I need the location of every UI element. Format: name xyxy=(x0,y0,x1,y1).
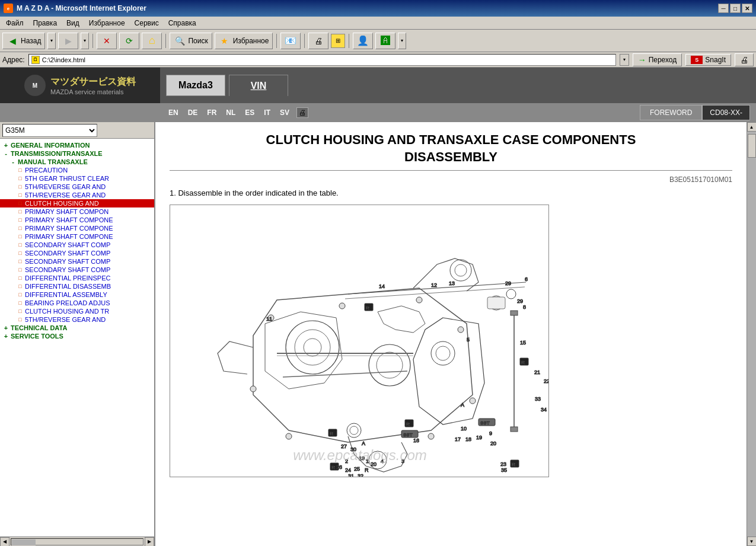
favorites-button[interactable]: ★ Избранное xyxy=(215,33,273,49)
home-button[interactable]: ⌂ xyxy=(142,33,162,49)
lang-en[interactable]: EN xyxy=(166,107,181,118)
tree-item-5th-rev1[interactable]: □ 5TH/REVERSE GEAR AND xyxy=(0,183,154,191)
main-scrollbar[interactable]: ▲ ▼ xyxy=(747,122,756,546)
svg-text:15: 15 xyxy=(520,340,526,346)
extra-addr-btn[interactable]: 🖨 xyxy=(735,53,754,66)
address-dropdown[interactable]: ▾ xyxy=(620,54,629,66)
extra-btn[interactable]: 🅰 xyxy=(375,33,395,49)
media-btn2[interactable]: 🖨 xyxy=(308,33,328,49)
tab-vin[interactable]: VIN xyxy=(229,75,288,96)
people-btn[interactable]: 👤 xyxy=(353,33,373,49)
expand-icon4: + xyxy=(2,333,9,340)
cd-button[interactable]: CD08-XX- xyxy=(702,105,750,120)
sep3 xyxy=(276,34,277,48)
tree-item-general-info[interactable]: + GENERAL INFORMATION xyxy=(0,141,154,149)
sidebar-tree: + GENERAL INFORMATION - TRANSMISSION/TRA… xyxy=(0,139,154,537)
stop-button[interactable]: ✕ xyxy=(97,33,117,49)
model-select[interactable]: G35M xyxy=(2,124,97,137)
sidebar-hscroll[interactable]: ◀ ▶ xyxy=(0,537,154,546)
menu-favorites[interactable]: Избранное xyxy=(85,18,129,28)
doc-icon7: □ xyxy=(17,216,24,223)
lang-de[interactable]: DE xyxy=(186,107,200,118)
go-arrow-icon: → xyxy=(638,55,646,65)
svg-point-3 xyxy=(369,344,410,386)
lang-es[interactable]: ES xyxy=(243,107,257,118)
svg-text:17: 17 xyxy=(455,436,461,442)
go-button[interactable]: → Переход xyxy=(633,53,682,66)
tree-item-clutch-tr[interactable]: □ CLUTCH HOUSING AND TR xyxy=(0,307,154,315)
tree-item-clutch-housing[interactable]: □ CLUTCH HOUSING AND xyxy=(0,199,154,207)
tree-item-primary1[interactable]: □ PRIMARY SHAFT COMPON xyxy=(0,207,154,216)
extra-dropdown[interactable]: ▾ xyxy=(398,33,406,49)
main-area: M マツダサービス資料 MAZDA service materials Mazd… xyxy=(0,68,756,546)
lang-nl[interactable]: NL xyxy=(224,107,238,118)
maximize-button[interactable]: □ xyxy=(730,4,741,13)
tree-item-5th-gear[interactable]: □ 5TH GEAR THRUST CLEAR xyxy=(0,174,154,183)
svg-text:R: R xyxy=(521,360,525,365)
tree-item-precaution[interactable]: □ PRECAUTION xyxy=(0,166,154,174)
menu-view[interactable]: Вид xyxy=(63,18,83,28)
tree-item-diff-assembly[interactable]: □ DIFFERENTIAL ASSEMBLY xyxy=(0,290,154,299)
tree-item-diff-preinspect[interactable]: □ DIFFERENTIAL PREINSPEC xyxy=(0,274,154,282)
address-input-wrap[interactable]: 🗒 C:\2\index.html xyxy=(28,54,616,66)
tree-item-primary4[interactable]: □ PRIMARY SHAFT COMPONE xyxy=(0,232,154,241)
doc-icon6: □ xyxy=(17,208,24,215)
tree-item-service-tools[interactable]: + SERVICE TOOLS xyxy=(0,332,154,340)
snagit-icon: S xyxy=(691,56,703,64)
tree-item-transmission[interactable]: - TRANSMISSION/TRANSAXLE xyxy=(0,149,154,158)
tree-item-5th-rev3[interactable]: □ 5TH/REVERSE GEAR AND xyxy=(0,315,154,324)
tree-item-primary2[interactable]: □ PRIMARY SHAFT COMPONE xyxy=(0,216,154,224)
back-dropdown[interactable]: ▾ xyxy=(47,33,56,49)
tree-item-diff-disassemble[interactable]: □ DIFFERENTIAL DISASSEMB xyxy=(0,282,154,290)
refresh-button[interactable]: ⟳ xyxy=(119,33,139,49)
scroll-down-btn[interactable]: ▼ xyxy=(747,537,757,546)
back-button[interactable]: ◀ Назад xyxy=(2,33,45,49)
header-logo: M マツダサービス資料 MAZDA service materials xyxy=(0,68,160,103)
doc-icon18: □ xyxy=(17,308,24,315)
hscroll-right[interactable]: ▶ xyxy=(145,537,154,547)
tree-item-secondary3[interactable]: □ SECONDARY SHAFT COMP xyxy=(0,257,154,266)
print-icon[interactable]: 🖨 xyxy=(296,107,308,118)
media-btn1[interactable]: 📧 xyxy=(280,33,301,49)
tree-item-primary3[interactable]: □ PRIMARY SHAFT COMPONE xyxy=(0,224,154,232)
tree-item-bearing[interactable]: □ BEARING PRELOAD ADJUS xyxy=(0,299,154,307)
hscroll-thumb[interactable] xyxy=(12,539,36,545)
title-bar: e M A Z D A - Microsoft Internet Explore… xyxy=(0,0,756,17)
refresh-icon: ⟳ xyxy=(123,35,135,47)
media-btn3[interactable]: ⊞ xyxy=(331,34,345,48)
svg-text:34: 34 xyxy=(541,407,547,413)
svg-text:35: 35 xyxy=(501,467,507,473)
tree-item-secondary1[interactable]: □ SECONDARY SHAFT COMP xyxy=(0,241,154,249)
hscroll-left[interactable]: ◀ xyxy=(0,537,9,547)
svg-text:33: 33 xyxy=(535,396,541,402)
forward-button[interactable]: ▶ xyxy=(58,33,78,49)
snagit-button[interactable]: S SnagIt xyxy=(685,54,731,66)
menu-file[interactable]: Файл xyxy=(2,18,27,28)
tree-item-secondary2[interactable]: □ SECONDARY SHAFT COMP xyxy=(0,249,154,257)
address-value: C:\2\index.html xyxy=(42,56,85,63)
menu-help[interactable]: Справка xyxy=(165,18,200,28)
minimize-button[interactable]: ─ xyxy=(718,4,729,13)
lang-it[interactable]: IT xyxy=(261,107,273,118)
svg-text:13: 13 xyxy=(449,280,455,286)
menu-service[interactable]: Сервис xyxy=(131,18,162,28)
svg-text:14: 14 xyxy=(379,283,385,289)
close-button[interactable]: ✕ xyxy=(742,4,752,13)
tree-item-secondary4[interactable]: □ SECONDARY SHAFT COMP xyxy=(0,266,154,274)
scroll-thumb[interactable] xyxy=(748,134,756,158)
svg-point-23 xyxy=(506,289,516,299)
forward-dropdown[interactable]: ▾ xyxy=(81,33,89,49)
title-bar-buttons[interactable]: ─ □ ✕ xyxy=(718,4,752,13)
lang-sv[interactable]: SV xyxy=(277,107,292,118)
svg-text:SST: SST xyxy=(480,420,490,426)
lang-fr[interactable]: FR xyxy=(205,107,219,118)
tree-item-5th-rev2[interactable]: □ 5TH/REVERSE GEAR AND xyxy=(0,191,154,199)
scroll-up-btn[interactable]: ▲ xyxy=(747,122,757,132)
window-title: M A Z D A - Microsoft Internet Explorer xyxy=(17,4,146,12)
search-button[interactable]: 🔍 Поиск xyxy=(170,33,212,49)
tree-item-manual-transaxle[interactable]: - MANUAL TRANSAXLE xyxy=(0,158,154,166)
foreword-button[interactable]: FOREWORD xyxy=(640,105,702,120)
tree-item-technical[interactable]: + TECHNICAL DATA xyxy=(0,324,154,332)
tab-mazda3[interactable]: Mazda3 xyxy=(166,75,225,96)
menu-edit[interactable]: Правка xyxy=(30,18,61,28)
